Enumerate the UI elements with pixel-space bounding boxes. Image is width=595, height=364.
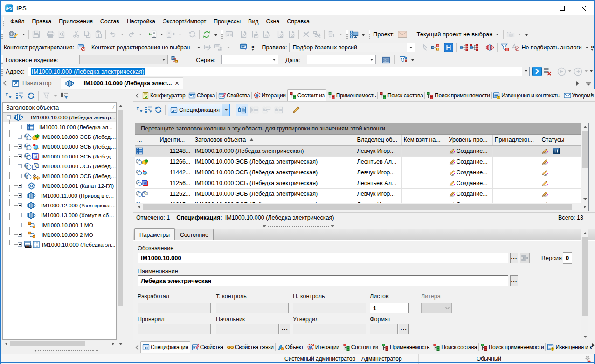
grid-row[interactable]: 11266... IM1000.10.000 ЭСБ (Лебедка элек…: [135, 156, 581, 167]
menu-composition[interactable]: Состав: [97, 17, 123, 26]
assembly-mode-icon[interactable]: [484, 42, 495, 53]
close-button[interactable]: [573, 1, 594, 15]
toolbar1-overflow[interactable]: [523, 30, 530, 41]
card-icon[interactable]: [223, 29, 235, 40]
tree-filter-off-icon[interactable]: [41, 90, 52, 102]
save-icon[interactable]: [30, 29, 42, 40]
edit-object-icon[interactable]: [238, 29, 249, 40]
toolbar-grip[interactable]: [1, 30, 3, 39]
tab-parameters[interactable]: Параметры: [134, 228, 175, 240]
tab-assembly[interactable]: Сборка: [187, 89, 216, 101]
name-browse-button[interactable]: ...: [510, 275, 518, 286]
col-id[interactable]: Иденти...: [158, 135, 193, 145]
tab-search-applicability-bottom[interactable]: Поиск применяемости: [479, 341, 546, 353]
tab-object[interactable]: Объект: [276, 341, 305, 353]
designation-browse-button[interactable]: ...: [510, 253, 518, 263]
bottomtabs-scroll-right[interactable]: [590, 340, 595, 351]
workplace-icon[interactable]: [348, 29, 360, 40]
col-title[interactable]: Заголовок объекта: [193, 135, 355, 145]
back-dropdown[interactable]: [567, 66, 572, 77]
col-taken[interactable]: Кем взят на...: [401, 135, 447, 145]
tree-item-drive[interactable]: IM1000.11.000 (Привод в сб...: [3, 191, 116, 200]
head-product-combobox[interactable]: [79, 55, 168, 64]
tree-hscrollbar[interactable]: [2, 340, 117, 348]
edit-pencil-icon[interactable]: [291, 104, 301, 116]
menubar-grip[interactable]: [2, 17, 5, 26]
sync-dropdown[interactable]: [212, 30, 219, 41]
tab-navigator[interactable]: Навигатор: [8, 77, 55, 89]
expand-icon[interactable]: [18, 213, 22, 217]
expand-icon[interactable]: [18, 193, 22, 198]
menu-help[interactable]: Справка: [283, 17, 313, 26]
export-dropdown[interactable]: [176, 29, 183, 40]
tab-consists-of-bottom[interactable]: Состоит из: [341, 341, 380, 353]
grid-filter-list-icon[interactable]: [144, 104, 153, 116]
expand-composition-icon[interactable]: [459, 42, 469, 53]
tree-view-toggle[interactable]: [236, 104, 248, 116]
context-list-dropdown[interactable]: [223, 42, 234, 53]
litera-combobox[interactable]: [421, 303, 452, 313]
import-dropdown[interactable]: [158, 29, 165, 40]
filter-apply-icon[interactable]: [398, 54, 409, 65]
series-combobox[interactable]: [221, 55, 278, 64]
no-analogs-dropdown[interactable]: [584, 42, 590, 53]
date-combobox[interactable]: [307, 55, 376, 64]
chief-field[interactable]: [216, 324, 279, 334]
tree-item-esb4[interactable]: IM1000.10.000 ЭСБ (Лебедк...: [3, 161, 116, 171]
tree-root-row[interactable]: IM1000.10.000 (Лебедка электр...: [3, 112, 116, 122]
tree-item-esb1[interactable]: IM1000.10.000 ЭСБ (Лебедк...: [3, 132, 116, 142]
check-object-icon[interactable]: [260, 29, 271, 40]
tree-item-tech[interactable]: IM1000.10.000 (Лебедка эл...: [3, 240, 116, 249]
tab-properties-bottom[interactable]: Свойства: [190, 341, 225, 353]
mtabs-scroll-right[interactable]: [588, 89, 595, 100]
expand-icon[interactable]: [18, 164, 22, 168]
rule-combobox[interactable]: Подбор базовых версий: [289, 43, 415, 52]
minimize-button[interactable]: [530, 1, 551, 15]
expand-icon[interactable]: [18, 223, 22, 227]
tab-applicability-bottom[interactable]: Применяемость: [380, 341, 431, 353]
list-move-dropdown[interactable]: [337, 29, 344, 40]
sheets-field[interactable]: 1: [370, 303, 409, 313]
panel-splitter[interactable]: [133, 224, 595, 228]
maximize-button[interactable]: [551, 1, 573, 15]
tab-iterations-bottom[interactable]: Итерации: [305, 341, 341, 353]
doctabs-menu[interactable]: [583, 78, 594, 89]
toolbar2-overflow[interactable]: »: [591, 44, 594, 51]
copy-icon[interactable]: [82, 29, 93, 40]
save-object-icon[interactable]: [249, 29, 260, 40]
doctabs-scroll-left[interactable]: [1, 77, 8, 89]
tab-applicability[interactable]: Применяемость: [326, 89, 378, 101]
address-combobox[interactable]: IM1000.10.000 (Лебедка электрическая): [28, 67, 530, 76]
address-go-button[interactable]: [531, 66, 542, 77]
tree-column-filter-icon[interactable]: [59, 90, 70, 102]
workplace-dropdown[interactable]: [360, 30, 367, 41]
tab-search-composition-bottom[interactable]: Поиск состава: [431, 341, 478, 353]
toolbar2-chevron[interactable]: »: [251, 44, 254, 51]
tab-configurator[interactable]: Конфигуратор: [140, 89, 187, 101]
tree-filter-list-icon[interactable]: [14, 90, 25, 102]
menu-windows[interactable]: Окна: [263, 17, 284, 26]
tab-close-icon[interactable]: ✕: [174, 80, 179, 87]
expand-node-icon[interactable]: [248, 104, 260, 116]
expand-icon[interactable]: [18, 154, 22, 158]
export-icon[interactable]: [165, 29, 176, 40]
tab-state[interactable]: Состояние: [175, 229, 214, 240]
format-browse-button[interactable]: ...: [399, 324, 409, 334]
tree-item-esb3[interactable]: IM1000.10.000 ЭСБ (Лебедк...: [3, 151, 116, 161]
grid-row[interactable]: 11252... IM1000.10.000 ЭСБ (Лебедка элек…: [135, 188, 581, 199]
print-icon[interactable]: [45, 29, 56, 40]
tree-refresh-icon[interactable]: [25, 90, 36, 102]
tab-search-applicability[interactable]: Поиск применяемости: [425, 89, 491, 101]
expand-icon[interactable]: [18, 233, 22, 237]
structure-variants-icon[interactable]: [430, 42, 440, 53]
h-mode-icon[interactable]: [443, 42, 454, 53]
expand-icon[interactable]: [18, 135, 22, 139]
expand-icon[interactable]: [18, 144, 22, 149]
expand-icon[interactable]: [18, 125, 22, 129]
tree-vscrollbar[interactable]: [117, 102, 124, 348]
tree-item-rope[interactable]: IM1000.10.001 (Канат 12-ГЛ): [3, 181, 116, 191]
address-clear-icon[interactable]: [542, 66, 553, 77]
grid-row[interactable]: 11442... IM1000.10.000 ЭСБ (Лебедка элек…: [135, 167, 581, 178]
customize-icon[interactable]: [7, 29, 20, 40]
menu-export-import[interactable]: Экспорт/Импорт: [159, 17, 210, 26]
